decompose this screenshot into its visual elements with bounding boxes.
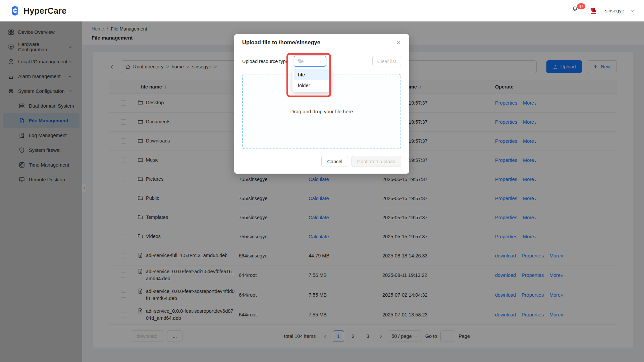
brand[interactable]: HyperCare [9,5,66,16]
resource-type-label: Upload resource type [242,59,288,64]
cancel-button[interactable]: Cancel [321,156,348,167]
top-header: HyperCare 47 sinsegye [0,0,644,21]
dropdown-option-file[interactable]: file [294,69,330,80]
sidebar-mask [0,21,82,362]
avatar[interactable] [588,5,599,16]
notification-badge: 47 [577,3,585,9]
modal-title: Upload file to /home/sinsegye [242,39,320,46]
notifications-button[interactable]: 47 [572,6,582,15]
clear-list-button[interactable]: Clear list [372,56,401,66]
app-window: HyperCare 47 sinsegye Device OverviewHar… [0,0,644,362]
dropzone-text: Drag and drop your file here [290,109,353,114]
resource-type-dropdown: filefolder [292,68,331,92]
chevron-down-icon[interactable] [630,9,635,13]
hypercare-logo-icon [9,5,21,16]
brand-name: HyperCare [23,6,66,16]
upload-modal: Upload file to /home/sinsegye Upload res… [234,34,409,174]
close-icon[interactable] [396,40,401,45]
username: sinsegye [605,8,624,13]
chevron-down-icon [319,59,322,63]
resource-type-select[interactable]: file [294,56,326,67]
confirm-upload-button[interactable]: Confirm to upload [352,156,401,167]
dropdown-option-folder[interactable]: folder [294,80,330,91]
